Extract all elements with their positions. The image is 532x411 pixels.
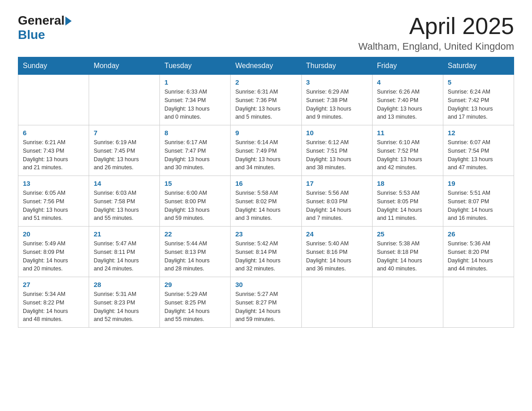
- header-thursday: Thursday: [301, 57, 372, 75]
- calendar-cell: [443, 277, 514, 328]
- calendar-cell: 6Sunrise: 6:21 AMSunset: 7:43 PMDaylight…: [18, 125, 89, 176]
- calendar-cell: 13Sunrise: 6:05 AMSunset: 7:56 PMDayligh…: [18, 176, 89, 227]
- day-number: 10: [306, 129, 368, 137]
- day-info: Sunrise: 6:31 AMSunset: 7:36 PMDaylight:…: [235, 88, 296, 121]
- day-info: Sunrise: 6:14 AMSunset: 7:49 PMDaylight:…: [235, 138, 296, 172]
- header-wednesday: Wednesday: [231, 57, 301, 75]
- calendar-cell: 26Sunrise: 5:36 AMSunset: 8:20 PMDayligh…: [443, 227, 514, 277]
- calendar-cell: 29Sunrise: 5:29 AMSunset: 8:25 PMDayligh…: [160, 277, 231, 328]
- calendar-cell: 22Sunrise: 5:44 AMSunset: 8:13 PMDayligh…: [160, 227, 231, 277]
- calendar-cell: 28Sunrise: 5:31 AMSunset: 8:23 PMDayligh…: [89, 277, 160, 328]
- calendar-week-row: 20Sunrise: 5:49 AMSunset: 8:09 PMDayligh…: [18, 227, 514, 277]
- calendar-week-row: 13Sunrise: 6:05 AMSunset: 7:56 PMDayligh…: [18, 176, 514, 227]
- day-number: 21: [94, 230, 155, 238]
- day-info: Sunrise: 5:49 AMSunset: 8:09 PMDaylight:…: [23, 240, 84, 273]
- logo: General Blue: [18, 13, 72, 42]
- day-info: Sunrise: 6:05 AMSunset: 7:56 PMDaylight:…: [23, 189, 84, 223]
- day-info: Sunrise: 6:26 AMSunset: 7:40 PMDaylight:…: [377, 88, 438, 121]
- calendar-cell: [18, 75, 89, 125]
- day-info: Sunrise: 6:29 AMSunset: 7:38 PMDaylight:…: [306, 88, 368, 121]
- day-number: 22: [164, 230, 226, 238]
- day-info: Sunrise: 5:38 AMSunset: 8:18 PMDaylight:…: [377, 240, 438, 273]
- day-number: 15: [164, 180, 226, 187]
- header-sunday: Sunday: [18, 57, 89, 75]
- day-info: Sunrise: 6:00 AMSunset: 8:00 PMDaylight:…: [164, 189, 226, 223]
- day-number: 13: [23, 180, 84, 187]
- day-number: 19: [448, 180, 509, 187]
- calendar-cell: [372, 277, 443, 328]
- day-number: 20: [23, 230, 84, 238]
- calendar-cell: 20Sunrise: 5:49 AMSunset: 8:09 PMDayligh…: [18, 227, 89, 277]
- day-info: Sunrise: 6:12 AMSunset: 7:51 PMDaylight:…: [306, 138, 368, 172]
- day-number: 7: [94, 129, 155, 137]
- day-number: 5: [448, 78, 509, 86]
- calendar-cell: 12Sunrise: 6:07 AMSunset: 7:54 PMDayligh…: [443, 125, 514, 176]
- day-number: 11: [377, 129, 438, 137]
- calendar-cell: 1Sunrise: 6:33 AMSunset: 7:34 PMDaylight…: [160, 75, 231, 125]
- day-number: 26: [448, 230, 509, 238]
- day-number: 28: [94, 281, 155, 288]
- day-number: 6: [23, 129, 84, 137]
- title-block: April 2025 Waltham, England, United King…: [358, 13, 514, 52]
- day-info: Sunrise: 5:53 AMSunset: 8:05 PMDaylight:…: [377, 189, 438, 223]
- day-number: 17: [306, 180, 368, 187]
- calendar-cell: 15Sunrise: 6:00 AMSunset: 8:00 PMDayligh…: [160, 176, 231, 227]
- calendar-header-row: SundayMondayTuesdayWednesdayThursdayFrid…: [18, 57, 514, 75]
- calendar-cell: 5Sunrise: 6:24 AMSunset: 7:42 PMDaylight…: [443, 75, 514, 125]
- day-number: 23: [235, 230, 296, 238]
- calendar-table: SundayMondayTuesdayWednesdayThursdayFrid…: [18, 57, 514, 328]
- day-info: Sunrise: 5:36 AMSunset: 8:20 PMDaylight:…: [448, 240, 509, 273]
- day-info: Sunrise: 5:44 AMSunset: 8:13 PMDaylight:…: [164, 240, 226, 273]
- calendar-cell: 11Sunrise: 6:10 AMSunset: 7:52 PMDayligh…: [372, 125, 443, 176]
- calendar-cell: 19Sunrise: 5:51 AMSunset: 8:07 PMDayligh…: [443, 176, 514, 227]
- calendar-week-row: 1Sunrise: 6:33 AMSunset: 7:34 PMDaylight…: [18, 75, 514, 125]
- header-tuesday: Tuesday: [160, 57, 231, 75]
- calendar-cell: 27Sunrise: 5:34 AMSunset: 8:22 PMDayligh…: [18, 277, 89, 328]
- day-number: 25: [377, 230, 438, 238]
- calendar-cell: 4Sunrise: 6:26 AMSunset: 7:40 PMDaylight…: [372, 75, 443, 125]
- day-info: Sunrise: 6:19 AMSunset: 7:45 PMDaylight:…: [94, 138, 155, 172]
- day-info: Sunrise: 5:34 AMSunset: 8:22 PMDaylight:…: [23, 290, 84, 324]
- calendar-week-row: 27Sunrise: 5:34 AMSunset: 8:22 PMDayligh…: [18, 277, 514, 328]
- day-info: Sunrise: 5:27 AMSunset: 8:27 PMDaylight:…: [235, 290, 296, 324]
- day-info: Sunrise: 6:33 AMSunset: 7:34 PMDaylight:…: [164, 88, 226, 121]
- calendar-cell: 18Sunrise: 5:53 AMSunset: 8:05 PMDayligh…: [372, 176, 443, 227]
- calendar-cell: 16Sunrise: 5:58 AMSunset: 8:02 PMDayligh…: [231, 176, 301, 227]
- page-title: April 2025: [358, 13, 514, 39]
- header-monday: Monday: [89, 57, 160, 75]
- day-number: 12: [448, 129, 509, 137]
- day-info: Sunrise: 6:10 AMSunset: 7:52 PMDaylight:…: [377, 138, 438, 172]
- day-info: Sunrise: 5:47 AMSunset: 8:11 PMDaylight:…: [94, 240, 155, 273]
- calendar-cell: 3Sunrise: 6:29 AMSunset: 7:38 PMDaylight…: [301, 75, 372, 125]
- day-info: Sunrise: 6:21 AMSunset: 7:43 PMDaylight:…: [23, 138, 84, 172]
- calendar-cell: 14Sunrise: 6:03 AMSunset: 7:58 PMDayligh…: [89, 176, 160, 227]
- day-info: Sunrise: 5:40 AMSunset: 8:16 PMDaylight:…: [306, 240, 368, 273]
- logo-general: General: [18, 13, 64, 28]
- day-number: 27: [23, 281, 84, 288]
- day-info: Sunrise: 6:03 AMSunset: 7:58 PMDaylight:…: [94, 189, 155, 223]
- calendar-cell: 30Sunrise: 5:27 AMSunset: 8:27 PMDayligh…: [231, 277, 301, 328]
- day-number: 29: [164, 281, 226, 288]
- day-number: 18: [377, 180, 438, 187]
- calendar-cell: 17Sunrise: 5:56 AMSunset: 8:03 PMDayligh…: [301, 176, 372, 227]
- calendar-cell: 2Sunrise: 6:31 AMSunset: 7:36 PMDaylight…: [231, 75, 301, 125]
- calendar-cell: [301, 277, 372, 328]
- day-number: 2: [235, 78, 296, 86]
- day-number: 24: [306, 230, 368, 238]
- day-number: 30: [235, 281, 296, 288]
- day-info: Sunrise: 6:17 AMSunset: 7:47 PMDaylight:…: [164, 138, 226, 172]
- calendar-cell: 7Sunrise: 6:19 AMSunset: 7:45 PMDaylight…: [89, 125, 160, 176]
- calendar-cell: 23Sunrise: 5:42 AMSunset: 8:14 PMDayligh…: [231, 227, 301, 277]
- calendar-cell: 21Sunrise: 5:47 AMSunset: 8:11 PMDayligh…: [89, 227, 160, 277]
- day-number: 9: [235, 129, 296, 137]
- calendar-cell: 8Sunrise: 6:17 AMSunset: 7:47 PMDaylight…: [160, 125, 231, 176]
- day-info: Sunrise: 5:56 AMSunset: 8:03 PMDaylight:…: [306, 189, 368, 223]
- day-info: Sunrise: 5:58 AMSunset: 8:02 PMDaylight:…: [235, 189, 296, 223]
- day-number: 8: [164, 129, 226, 137]
- day-info: Sunrise: 5:31 AMSunset: 8:23 PMDaylight:…: [94, 290, 155, 324]
- day-number: 1: [164, 78, 226, 86]
- calendar-cell: 24Sunrise: 5:40 AMSunset: 8:16 PMDayligh…: [301, 227, 372, 277]
- calendar-cell: 25Sunrise: 5:38 AMSunset: 8:18 PMDayligh…: [372, 227, 443, 277]
- header-saturday: Saturday: [443, 57, 514, 75]
- day-number: 3: [306, 78, 368, 86]
